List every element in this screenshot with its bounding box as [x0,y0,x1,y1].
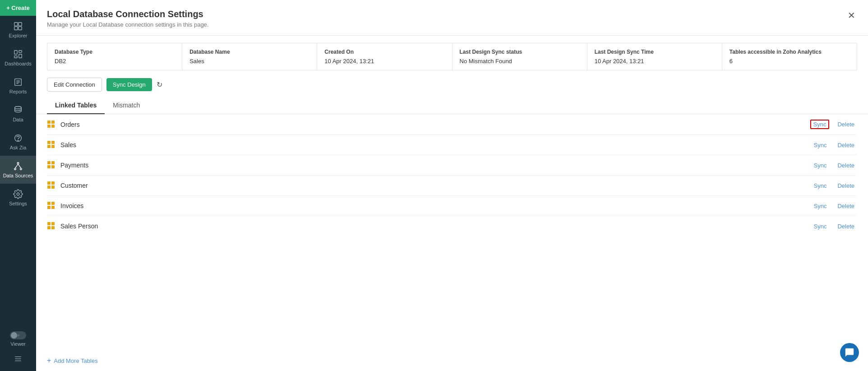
add-more-tables-label: Add More Tables [54,357,97,364]
toolbar: Edit Connection Sync Design ↻ [36,78,868,97]
delete-button[interactable]: Delete [835,161,857,170]
data-sources-label: Data Sources [3,173,33,178]
sidebar-item-explorer[interactable]: Explorer [0,16,36,44]
settings-label: Settings [9,201,27,206]
table-name: Customer [60,182,811,189]
create-button[interactable]: + Create [0,0,36,16]
data-label: Data [13,117,23,122]
sidebar-item-data[interactable]: Data [0,100,36,128]
table-actions: Sync Delete [811,141,857,149]
table-row: Customer Sync Delete [47,176,857,196]
svg-rect-36 [47,181,51,185]
svg-rect-33 [51,161,55,164]
created-on-cell: Created On 10 Apr 2024, 13:21 [317,43,452,70]
svg-rect-25 [51,121,55,124]
table-actions: Sync Delete [811,161,857,170]
delete-button[interactable]: Delete [835,222,857,231]
sidebar-item-reports[interactable]: Reports [0,72,36,100]
svg-rect-40 [47,202,51,205]
svg-line-18 [15,164,18,168]
db-name-cell: Database Name Sales [182,43,317,70]
table-row: Sales Person Sync Delete [47,216,857,236]
sidebar-collapse-button[interactable] [0,350,36,367]
svg-rect-7 [14,56,17,58]
sync-button[interactable]: Sync [811,202,830,210]
sync-button[interactable]: Sync [811,181,830,190]
sidebar-item-ask-zia[interactable]: Ask Zia [0,128,36,156]
reports-label: Reports [9,89,27,94]
table-row: Invoices Sync Delete [47,196,857,216]
svg-rect-32 [47,161,51,164]
svg-point-17 [20,168,22,170]
close-button[interactable]: ✕ [846,9,857,22]
svg-rect-31 [51,145,55,148]
table-grid-icon [47,140,56,149]
chat-bubble-button[interactable] [840,343,859,362]
svg-rect-38 [47,186,51,189]
table-actions: Sync Delete [811,202,857,210]
sidebar-item-settings[interactable]: Settings [0,184,36,212]
info-table: Database Type DB2 Database Name Sales Cr… [47,43,857,70]
sync-design-button[interactable]: Sync Design [106,78,152,91]
ask-zia-label: Ask Zia [10,145,27,150]
sync-time-label: Last Design Sync Time [595,49,715,55]
delete-button[interactable]: Delete [835,202,857,210]
table-name: Sales Person [60,223,811,230]
refresh-icon[interactable]: ↻ [157,80,162,89]
svg-rect-39 [51,186,55,189]
explorer-icon [13,21,23,31]
plus-icon: + [47,357,51,365]
svg-rect-4 [14,51,17,54]
sync-button[interactable]: Sync [811,161,830,170]
svg-rect-30 [47,145,51,148]
table-list: Orders Sync Delete Sales Sync Delete [36,114,868,348]
ask-zia-icon [13,133,23,143]
svg-rect-1 [18,23,22,26]
svg-point-14 [18,140,18,141]
svg-rect-37 [51,181,55,185]
viewer-toggle[interactable]: OFF Viewer [0,328,36,350]
svg-rect-46 [47,226,51,229]
table-grid-icon [47,201,56,210]
svg-rect-45 [51,222,55,225]
svg-rect-24 [47,121,51,124]
svg-line-19 [18,164,21,168]
table-grid-icon [47,120,56,129]
sync-status-cell: Last Design Sync status No Mismatch Foun… [452,43,587,70]
sync-time-cell: Last Design Sync Time 10 Apr 2024, 13:21 [587,43,722,70]
tables-count-cell: Tables accessible in Zoho Analytics 6 [722,43,857,70]
db-type-cell: Database Type DB2 [47,43,182,70]
svg-rect-27 [51,125,55,128]
svg-rect-35 [51,165,55,168]
toggle-off-label: OFF [13,334,20,338]
sync-button[interactable]: Sync [810,120,830,129]
sidebar: + Create Explorer Dashboards Reports [0,0,36,371]
sync-button[interactable]: Sync [811,141,830,149]
sync-button[interactable]: Sync [811,222,830,231]
data-icon [13,105,23,115]
delete-button[interactable]: Delete [835,181,857,190]
delete-button[interactable]: Delete [835,120,857,129]
svg-rect-3 [18,27,22,30]
table-grid-icon [47,161,56,170]
tables-count-label: Tables accessible in Zoho Analytics [729,49,850,55]
svg-rect-26 [47,125,51,128]
chat-icon [845,348,854,357]
table-name: Orders [60,121,810,128]
tab-linked-tables[interactable]: Linked Tables [47,97,105,114]
tab-mismatch[interactable]: Mismatch [105,97,148,114]
svg-rect-29 [51,141,55,144]
sidebar-item-data-sources[interactable]: Data Sources [0,156,36,184]
edit-connection-button[interactable]: Edit Connection [47,78,102,92]
svg-point-12 [15,107,22,109]
add-more-tables-button[interactable]: + Add More Tables [36,350,868,371]
table-grid-icon [47,181,56,190]
table-name: Payments [60,162,811,169]
sync-time-value: 10 Apr 2024, 13:21 [595,58,715,65]
svg-rect-6 [19,54,22,58]
header-text: Local Database Connection Settings Manag… [47,9,208,28]
table-actions: Sync Delete [811,181,857,190]
table-name: Sales [60,141,811,148]
delete-button[interactable]: Delete [835,141,857,149]
sidebar-item-dashboards[interactable]: Dashboards [0,44,36,72]
